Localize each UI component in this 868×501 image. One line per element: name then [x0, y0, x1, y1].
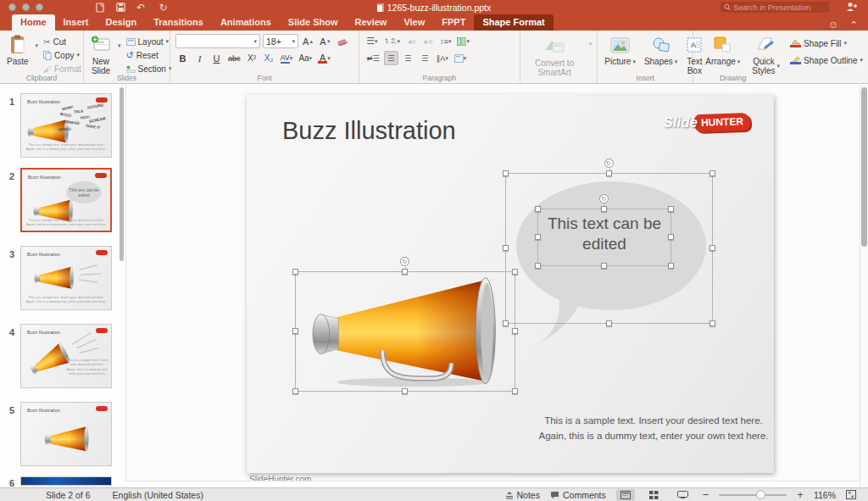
font-color-button[interactable]: A▾ [316, 51, 332, 65]
increase-font-size-button[interactable]: A▲ [301, 34, 315, 48]
resize-handle[interactable] [503, 170, 509, 176]
quick-styles-dropdown-arrow[interactable]: ▾ [777, 63, 781, 70]
resize-handle[interactable] [535, 206, 541, 212]
slideshow-view-button[interactable] [674, 489, 693, 501]
arrange-dropdown-arrow[interactable]: ▾ [737, 58, 741, 65]
increase-indent-button[interactable]: ▸≡ [421, 34, 436, 48]
redo-button[interactable]: ↻ [159, 2, 168, 14]
tab-home[interactable]: Home [12, 14, 55, 31]
convert-to-smartart-button[interactable]: Convert to SmartArt [526, 36, 584, 78]
resize-handle[interactable] [709, 245, 715, 251]
save-icon[interactable] [116, 3, 125, 12]
resize-handle[interactable] [535, 234, 541, 240]
resize-handle[interactable] [668, 206, 674, 212]
clear-formatting-button[interactable] [336, 34, 351, 48]
shape-fill-dropdown-arrow[interactable]: ▾ [844, 40, 848, 47]
resize-handle[interactable] [512, 269, 518, 275]
font-color-dropdown-arrow[interactable]: ▾ [327, 55, 331, 62]
resize-handle[interactable] [606, 170, 612, 176]
resize-handle[interactable] [601, 206, 607, 212]
slide-title-text[interactable]: Buzz Illustration [282, 117, 456, 145]
section-button[interactable]: Section▾ [126, 63, 172, 75]
new-slide-dropdown-arrow[interactable]: ▾ [118, 42, 121, 49]
zoom-slider-thumb[interactable] [756, 490, 765, 499]
resize-handle[interactable] [535, 263, 541, 269]
new-slide-button[interactable]: New Slide [89, 34, 113, 76]
zoom-slider[interactable] [719, 494, 787, 496]
collapse-ribbon-icon[interactable]: ⌃ [850, 19, 858, 31]
resize-handle[interactable] [606, 320, 612, 326]
font-name-combo[interactable]: ▾ [175, 34, 260, 48]
slide-thumbnail-4[interactable]: Buzz Illustration This is a sample text.… [20, 324, 112, 388]
tab-transitions[interactable]: Transitions [145, 14, 212, 31]
shapes-button[interactable]: Shapes▾ [643, 34, 679, 67]
tab-animations[interactable]: Animations [212, 14, 280, 31]
reset-button[interactable]: ↺Reset [126, 49, 172, 61]
normal-view-button[interactable] [616, 489, 635, 501]
shape-outline-dropdown-arrow[interactable]: ▾ [860, 57, 863, 64]
horizontal-scrollbar[interactable] [125, 481, 860, 487]
resize-handle[interactable] [709, 320, 715, 326]
subscript-button[interactable]: X₂ [262, 51, 276, 65]
feedback-smiley-icon[interactable]: ☺▾ [828, 19, 842, 31]
columns-button[interactable]: ▾ [455, 34, 471, 48]
vertical-scrollbar-track[interactable] [860, 85, 868, 487]
picture-button[interactable]: Picture▾ [603, 34, 637, 67]
paste-dropdown-arrow[interactable]: ▾ [36, 42, 39, 49]
resize-handle[interactable] [512, 388, 518, 394]
slide-thumbnail-2-selected[interactable]: Buzz Illustration This text can be edite… [20, 168, 112, 232]
quick-styles-button[interactable]: Quick Styles▾ [750, 34, 782, 76]
zoom-percentage[interactable]: 116% [814, 490, 836, 500]
copy-dropdown-arrow[interactable]: ▾ [76, 52, 80, 58]
resize-handle[interactable] [503, 245, 509, 251]
tab-shape-format[interactable]: Shape Format [474, 14, 553, 31]
resize-handle[interactable] [601, 263, 607, 269]
superscript-button[interactable]: X² [245, 51, 259, 65]
comments-button[interactable]: Comments [550, 490, 606, 500]
resize-handle[interactable] [668, 234, 674, 240]
align-center-button[interactable]: ☰ [384, 51, 398, 65]
sample-text-block[interactable]: This is a sample text. Insert your desir… [425, 414, 868, 444]
slide-thumbnail-1[interactable]: Buzz Illustration WOW! TALK FUTURE! BUZZ… [20, 93, 112, 158]
zoom-window-button[interactable] [36, 3, 43, 11]
textbox-rotate-handle[interactable]: ↻ [599, 194, 609, 203]
resize-handle[interactable] [402, 388, 408, 394]
shape-fill-button[interactable]: Shape Fill▾ [790, 37, 863, 49]
resize-handle[interactable] [292, 269, 298, 275]
picture-dropdown-arrow[interactable]: ▾ [632, 58, 636, 65]
paste-button[interactable]: Paste [5, 34, 31, 67]
justify-button[interactable]: ☰ [418, 51, 432, 65]
resize-handle[interactable] [512, 328, 518, 334]
new-document-icon[interactable] [96, 3, 105, 13]
megaphone-rotate-handle[interactable]: ↻ [400, 257, 409, 266]
zoom-in-button[interactable]: + [797, 488, 804, 501]
font-size-combo[interactable]: 18+▾ [263, 34, 298, 48]
minimize-window-button[interactable] [22, 3, 30, 11]
align-left-button[interactable]: ⬅̸☰ [364, 51, 381, 65]
slide-thumbnail-5[interactable]: Buzz Illustration [20, 402, 112, 466]
slide-thumbnail-3[interactable]: Buzz Illustration This is a sample text.… [20, 246, 112, 310]
vertical-scrollbar-thumb[interactable] [861, 87, 867, 247]
slide-sorter-view-button[interactable] [645, 489, 664, 501]
customize-toolbar-icon[interactable]: ▿ [179, 3, 183, 12]
undo-button[interactable]: ↶▾ [136, 2, 148, 14]
underline-button[interactable]: U [209, 51, 224, 65]
bubble-rotate-handle[interactable]: ↻ [604, 159, 614, 168]
strikethrough-button[interactable]: abc [226, 51, 242, 65]
layout-button[interactable]: Layout▾ [126, 36, 172, 47]
tab-review[interactable]: Review [347, 14, 396, 31]
decrease-indent-button[interactable]: ◂≡ [404, 34, 419, 48]
bullets-button[interactable]: ☰▾ [364, 34, 379, 48]
thumbnail-panel-scrollbar[interactable] [120, 87, 124, 261]
text-direction-button[interactable]: ∥A▾ [435, 51, 450, 65]
change-case-button[interactable]: Aa▾ [297, 51, 314, 65]
search-box[interactable] [721, 2, 829, 13]
arrange-button[interactable]: Arrange▾ [704, 34, 742, 67]
slide-editing-area[interactable]: Buzz Illustration Slide HUNTER This text… [247, 95, 774, 473]
align-right-button[interactable]: ☰ [401, 51, 415, 65]
share-user-icon[interactable] [846, 2, 858, 12]
italic-button[interactable]: I [192, 51, 207, 65]
line-spacing-button[interactable]: ↕≡▾ [438, 34, 453, 48]
tab-fppt[interactable]: FPPT [433, 14, 474, 31]
format-painter-button[interactable]: 🖌Format [43, 63, 81, 75]
